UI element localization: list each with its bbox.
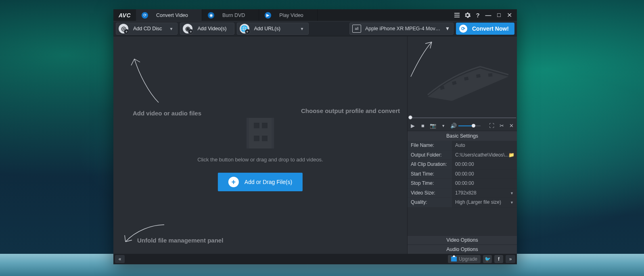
- svg-rect-8: [254, 136, 259, 141]
- video-add-icon: ◉: [183, 24, 192, 33]
- svg-rect-4: [247, 118, 249, 148]
- close-icon[interactable]: ✕: [506, 12, 513, 19]
- twitter-icon[interactable]: 🐦: [483, 255, 492, 263]
- button-label: Add or Drag File(s): [245, 179, 292, 185]
- upgrade-button[interactable]: Upgrade: [448, 255, 481, 263]
- minimize-icon[interactable]: —: [485, 12, 492, 19]
- seek-thumb[interactable]: [408, 115, 412, 119]
- tab-play-video[interactable]: ▶ Play Video: [259, 9, 318, 21]
- status-bar: « Upgrade 🐦 f »: [113, 254, 517, 264]
- expand-icon[interactable]: ✕: [508, 123, 514, 129]
- svg-rect-6: [254, 123, 259, 128]
- play-icon: ▶: [265, 12, 271, 19]
- disc-icon: ◉: [208, 12, 214, 19]
- gear-icon[interactable]: [464, 12, 471, 19]
- start-time-value[interactable]: 00:00:00: [452, 169, 517, 179]
- crop-icon[interactable]: ⛶: [489, 123, 495, 129]
- arrow-annotation-icon: [126, 54, 167, 107]
- globe-add-icon: 🌐: [240, 24, 249, 33]
- app-logo: AVC: [113, 9, 136, 21]
- svg-rect-9: [262, 136, 268, 141]
- drop-stage[interactable]: Add video or audio files Choose output p…: [113, 36, 408, 254]
- right-panel: ▶ ■ 📷 ▼ 🔊 ⛶ ✂ ✕ Basic Settings File Name…: [408, 36, 517, 254]
- video-size-dropdown[interactable]: 1792x828 ▼: [452, 188, 517, 198]
- seek-bar[interactable]: [408, 115, 516, 121]
- chevron-down-icon: ▼: [510, 201, 514, 205]
- maximize-icon[interactable]: ☐: [495, 12, 502, 19]
- snapshot-icon[interactable]: 📷: [430, 123, 436, 129]
- output-folder-label: Output Folder:: [408, 151, 452, 160]
- cut-icon[interactable]: ✂: [499, 123, 505, 129]
- tab-burn-dvd[interactable]: ◉ Burn DVD: [202, 9, 259, 21]
- quality-dropdown[interactable]: High (Larger file size) ▼: [452, 198, 517, 207]
- basic-settings-header: Basic Settings: [408, 131, 517, 141]
- svg-rect-13: [476, 74, 481, 78]
- refresh-icon: ⟳: [459, 25, 467, 33]
- svg-rect-14: [488, 73, 492, 77]
- svg-rect-5: [272, 118, 274, 148]
- add-cd-button[interactable]: ◎ Add CD Disc ▼: [116, 23, 178, 35]
- facebook-icon[interactable]: f: [494, 255, 503, 263]
- video-options-toggle[interactable]: Video Options: [408, 235, 517, 245]
- video-size-label: Video Size:: [408, 188, 452, 198]
- preview-area: [408, 36, 517, 115]
- volume-control[interactable]: 🔊: [450, 123, 481, 129]
- svg-rect-1: [454, 15, 459, 16]
- chevron-down-icon: ▼: [300, 27, 304, 31]
- refresh-icon: ⟳: [142, 12, 148, 19]
- tab-convert-video[interactable]: ⟳ Convert Video: [136, 9, 202, 21]
- overlay-hint: Unfold file management panel: [137, 237, 223, 244]
- main-area: Add video or audio files Choose output p…: [113, 36, 517, 254]
- chevron-down-icon[interactable]: ▼: [440, 123, 446, 129]
- tab-row: ⟳ Convert Video ◉ Burn DVD ▶ Play Video: [136, 9, 318, 21]
- output-profile-dropdown[interactable]: all Apple iPhone XR MPEG-4 Movie (*.m… ▼: [349, 23, 454, 35]
- plus-icon: +: [228, 177, 239, 187]
- panel-expand-button[interactable]: «: [115, 255, 125, 263]
- svg-rect-0: [454, 13, 459, 14]
- button-label: Add Video(s): [197, 26, 226, 31]
- list-icon[interactable]: [453, 12, 460, 19]
- toolbar: ◎ Add CD Disc ▼ ◉ Add Video(s) 🌐 Add URL…: [113, 21, 517, 36]
- help-icon[interactable]: ?: [474, 12, 481, 19]
- player-controls: ▶ ■ 📷 ▼ 🔊 ⛶ ✂ ✕: [408, 121, 517, 131]
- title-bar: AVC ⟳ Convert Video ◉ Burn DVD ▶ Play Vi…: [113, 9, 517, 21]
- disc-add-icon: ◎: [119, 24, 128, 33]
- tab-label: Convert Video: [156, 13, 188, 18]
- duration-label: All Clip Duration:: [408, 160, 452, 169]
- profile-icon: all: [352, 25, 361, 33]
- overlay-hint: Choose output profile and convert: [301, 107, 400, 114]
- chevron-down-icon: ▼: [445, 26, 450, 31]
- basic-settings-table: File Name: Auto Output Folder: C:\Users\…: [408, 141, 517, 207]
- svg-rect-2: [454, 17, 459, 17]
- duration-value: 00:00:00: [452, 160, 517, 169]
- folder-icon[interactable]: 📁: [508, 152, 514, 158]
- film-reel-icon: [416, 52, 516, 109]
- drop-instruction: Click the button below or drag and drop …: [197, 157, 323, 163]
- start-time-label: Start Time:: [408, 169, 452, 179]
- file-name-value[interactable]: Auto: [452, 141, 517, 151]
- volume-thumb[interactable]: [472, 124, 475, 128]
- tab-label: Burn DVD: [222, 13, 245, 18]
- stop-time-value[interactable]: 00:00:00: [452, 179, 517, 188]
- play-icon[interactable]: ▶: [410, 123, 416, 129]
- svg-rect-3: [248, 118, 272, 148]
- profile-label: Apple iPhone XR MPEG-4 Movie (*.m…: [365, 26, 441, 31]
- button-label: Convert Now!: [472, 25, 509, 32]
- overlay-hint: Add video or audio files: [133, 110, 201, 117]
- file-name-label: File Name:: [408, 141, 452, 151]
- stop-icon[interactable]: ■: [420, 123, 426, 129]
- chevron-down-icon: ▼: [169, 27, 174, 31]
- add-videos-button[interactable]: ◉ Add Video(s): [180, 23, 234, 35]
- button-label: Add CD Disc: [133, 26, 162, 31]
- add-files-button[interactable]: + Add or Drag File(s): [218, 173, 303, 191]
- volume-track[interactable]: [458, 125, 481, 126]
- upload-icon: [451, 257, 457, 261]
- output-folder-value[interactable]: C:\Users\cathe\Videos\... 📁: [452, 151, 517, 160]
- convert-now-button[interactable]: ⟳ Convert Now!: [456, 23, 514, 35]
- film-placeholder-icon: [246, 117, 275, 149]
- quality-label: Quality:: [408, 198, 452, 207]
- panel-collapse-button[interactable]: »: [506, 255, 515, 263]
- add-urls-button[interactable]: 🌐 Add URL(s) ▼: [237, 23, 309, 35]
- audio-options-toggle[interactable]: Audio Options: [408, 245, 517, 254]
- svg-rect-7: [262, 123, 268, 128]
